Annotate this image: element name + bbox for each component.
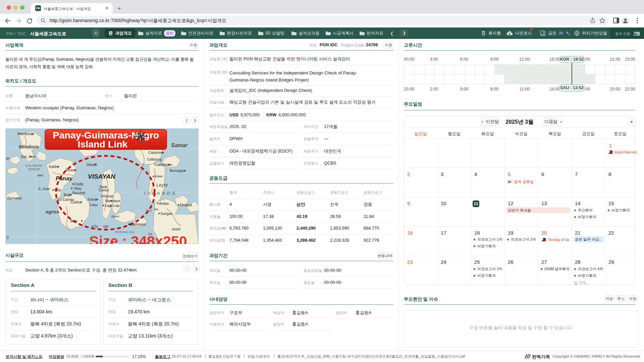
svg-text:sin..: sin.. [154,207,160,211]
svg-text:ran: ran [103,224,108,228]
svg-text:Carlos: Carlos [99,188,109,192]
svg-text:Bohol: Bohol [111,215,119,218]
svg-text:Danao: Danao [103,194,114,198]
svg-text:Cebu: Cebu [89,203,98,207]
svg-text:Toledo: Toledo [87,197,98,201]
svg-text:Catarinen: Catarinen [148,150,164,155]
svg-text:Borongan: Borongan [170,169,185,173]
svg-text:Dinagat: Dinagat [180,203,192,207]
svg-text:GROUP: GROUP [28,167,40,171]
svg-text:ulasi: ulasi [37,174,43,177]
svg-text:San Jose: San Jose [21,155,36,159]
svg-text:Carllon: Carllon [70,200,82,204]
svg-text:Surigao: Surigao [160,212,172,216]
svg-text:Kalibo: Kalibo [49,165,59,169]
svg-text:Mindoro: Mindoro [19,144,39,149]
svg-text:Iloilo: Iloilo [54,188,62,192]
svg-text:ga: ga [6,157,9,160]
svg-text:Lagu-Lap: Lagu-Lap [105,203,120,207]
svg-text:Dumaran: Dumaran [7,196,22,200]
svg-text:egros: egros [46,209,59,215]
svg-text:Samar: Samar [171,142,188,148]
svg-text:Panay: Panay [56,175,73,182]
svg-text:Roxas: Roxas [66,168,76,172]
svg-text:Cadiz: Cadiz [74,182,84,186]
svg-text:Anilao: Anilao [159,201,169,205]
svg-text:Bais: Bais [70,219,77,223]
svg-text:utuan: utuan [172,227,180,231]
svg-text:VISAYAN: VISAYAN [88,173,116,180]
svg-text:Silay: Silay [74,186,82,190]
svg-text:Ta: Ta [94,224,98,228]
svg-text:Island Link: Island Link [78,139,128,149]
svg-text:Mambajao: Mambajao [129,222,146,226]
svg-text:Size : 348x250: Size : 348x250 [89,233,187,244]
svg-text:acloban: acloban [152,175,163,178]
svg-text:S. Jose: S. Jose [38,187,50,191]
svg-text:CALAMIAN: CALAMIAN [25,164,42,167]
svg-text:Mandaue: Mandaue [105,199,120,203]
svg-text:Calbayog: Calbayog [147,157,162,161]
svg-text:Leyte: Leyte [156,182,168,188]
svg-text:ISLANDS: ISLANDS [144,191,177,196]
svg-text:S: S [6,235,9,240]
svg-text:ferry: ferry [146,209,152,212]
svg-text:Bacolod: Bacolod [72,191,85,195]
